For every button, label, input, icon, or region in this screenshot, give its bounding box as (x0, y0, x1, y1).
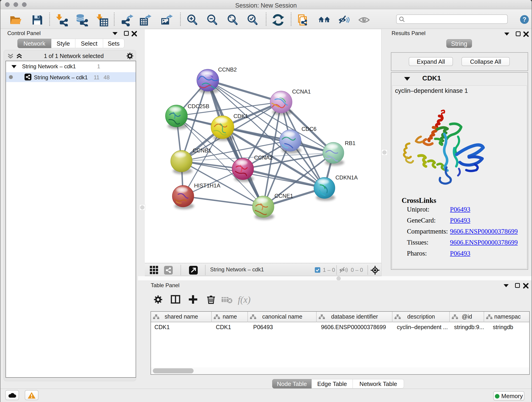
svg-text:CCNA2: CCNA2 (254, 154, 273, 161)
svg-text:CDK1: CDK1 (234, 113, 248, 119)
svg-text:CDC6: CDC6 (302, 126, 317, 132)
svg-text:RB1: RB1 (345, 140, 355, 146)
svg-text:CDC25B: CDC25B (188, 103, 209, 109)
svg-text:CCNE1: CCNE1 (274, 193, 293, 199)
svg-text:?: ? (523, 16, 526, 23)
svg-text:CCNB2: CCNB2 (218, 66, 237, 73)
svg-text:HIST1H1A: HIST1H1A (194, 182, 220, 189)
svg-text:CCNB1: CCNB1 (193, 147, 211, 153)
svg-text:CDKN1A: CDKN1A (336, 174, 358, 181)
svg-text:CCNA1: CCNA1 (292, 89, 311, 95)
